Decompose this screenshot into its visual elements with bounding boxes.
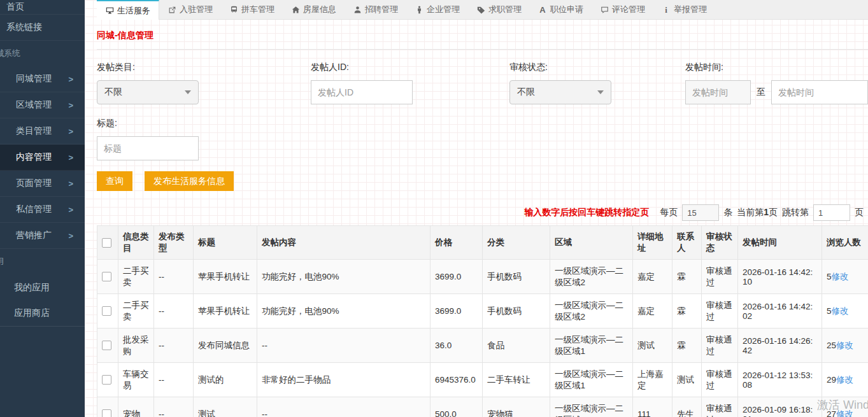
row-checkbox[interactable] bbox=[102, 272, 111, 281]
table-row: 宠物--测试--500.0宠物猫一级区域演示—二级区域2111先生审核通过202… bbox=[97, 397, 868, 417]
row-checkbox[interactable] bbox=[102, 306, 111, 316]
table-cell: 嘉定 bbox=[633, 260, 672, 294]
sidebar-item-home[interactable]: 首页 bbox=[0, 0, 85, 15]
tab-settled-management[interactable]: 入驻管理 bbox=[159, 0, 221, 19]
tab-life-services[interactable]: 生活服务 bbox=[97, 0, 159, 20]
poster-id-label: 发帖人ID: bbox=[311, 62, 509, 73]
page-suffix-label: 页 bbox=[855, 207, 864, 218]
windows-activation-watermark: 激活 Wind bbox=[817, 397, 868, 413]
tab-job-seeking-management[interactable]: 求职管理 bbox=[468, 0, 530, 19]
sidebar-section-label: 用 bbox=[0, 256, 4, 267]
sidebar-item-app-store[interactable]: 应用商店 bbox=[0, 300, 85, 327]
tab-enterprise-management[interactable]: 企业管理 bbox=[406, 0, 468, 19]
jump-label: 跳转第 bbox=[782, 207, 809, 218]
table-cell: 一级区域演示—二级区域2 bbox=[550, 294, 633, 329]
audit-status-value: 不限 bbox=[517, 87, 535, 98]
sidebar-item-page-management[interactable]: 页面管理> bbox=[0, 171, 85, 197]
tab-recruitment-management[interactable]: 招聘管理 bbox=[345, 0, 406, 19]
sidebar-item-message-management[interactable]: 私信管理> bbox=[0, 197, 85, 223]
jump-page-input[interactable] bbox=[813, 204, 850, 221]
tab-label: 职位申请 bbox=[550, 4, 583, 15]
desktop-icon bbox=[105, 6, 114, 15]
audit-status-select[interactable]: 不限 bbox=[509, 80, 611, 104]
sidebar-item-city-management[interactable]: 同城管理> bbox=[0, 66, 85, 92]
post-time-to-input[interactable] bbox=[771, 80, 868, 104]
table-cell: 2026-01-12 13:53:08 bbox=[738, 363, 822, 397]
bus-icon bbox=[229, 5, 238, 14]
table-row: 二手买卖--苹果手机转让功能完好，电池90%3699.0手机数码一级区域演示—二… bbox=[97, 294, 868, 329]
table-cell: 一级区域演示—二级区域1 bbox=[550, 329, 633, 363]
current-page-text: 当前第1页 bbox=[737, 207, 778, 218]
sidebar-item-category-management[interactable]: 类目管理> bbox=[0, 118, 85, 145]
tab-comment-management[interactable]: 评论管理 bbox=[592, 0, 653, 19]
tab-carpool-management[interactable]: 拼车管理 bbox=[221, 0, 283, 19]
sidebar-item-label: 我的应用 bbox=[14, 282, 50, 293]
tab-label: 招聘管理 bbox=[365, 4, 398, 15]
page-title: 同城-信息管理 bbox=[97, 30, 868, 41]
pagination-hint: 输入数字后按回车键跳转指定页 bbox=[524, 207, 649, 218]
row-checkbox[interactable] bbox=[102, 409, 111, 417]
sidebar-section-label: 城系统 bbox=[0, 48, 20, 59]
sidebar-item-region-management[interactable]: 区域管理> bbox=[0, 92, 85, 118]
comment-icon bbox=[600, 5, 609, 14]
sidebar-item-content-management[interactable]: 内容管理> bbox=[0, 145, 85, 171]
table-header-row: 信息类目 发布类型 标题 发帖内容 价格 分类 区域 详细地址 联系人 审核状态… bbox=[97, 226, 868, 260]
tab-report-management[interactable]: i 举报管理 bbox=[653, 0, 715, 19]
select-all-checkbox[interactable] bbox=[102, 238, 111, 248]
tab-label: 拼车管理 bbox=[241, 4, 274, 15]
col-header: 发帖时间 bbox=[738, 226, 822, 260]
table-cell: 发布同城信息 bbox=[194, 329, 257, 363]
sidebar-item-label: 类目管理 bbox=[16, 125, 52, 137]
tab-label: 评论管理 bbox=[612, 4, 645, 15]
sidebar-item-label: 私信管理 bbox=[16, 204, 52, 215]
row-checkbox[interactable] bbox=[102, 375, 111, 385]
chevron-right-icon: > bbox=[68, 74, 73, 84]
table-cell: 3699.0 bbox=[430, 260, 483, 294]
views-count: 5 bbox=[827, 272, 832, 281]
views-count: 25 bbox=[827, 341, 836, 350]
edit-link[interactable]: 修改 bbox=[836, 341, 853, 350]
caret-down-icon bbox=[185, 90, 191, 94]
edit-link[interactable]: 修改 bbox=[836, 375, 853, 385]
row-checkbox[interactable] bbox=[102, 341, 111, 350]
table-cell: 霖 bbox=[672, 329, 702, 363]
edit-link[interactable]: 修改 bbox=[832, 272, 849, 281]
sidebar-item-label: 系统链接 bbox=[6, 22, 42, 33]
post-time-from-input[interactable] bbox=[685, 80, 751, 104]
table-cell: 3699.0 bbox=[430, 294, 483, 329]
user-icon bbox=[353, 5, 362, 14]
table-cell: -- bbox=[154, 397, 194, 417]
table-cell: 2026-01-16 14:42:02 bbox=[738, 294, 822, 329]
sidebar-item-marketing[interactable]: 营销推广> bbox=[0, 223, 85, 249]
table-cell: 一级区域演示—二级区域1 bbox=[550, 363, 633, 397]
table-cell: 36.0 bbox=[430, 329, 483, 363]
table-cell: 手机数码 bbox=[483, 294, 550, 329]
edit-link[interactable]: 修改 bbox=[832, 306, 849, 316]
audit-status-label: 审核状态: bbox=[509, 62, 685, 73]
table-row: 批发采购--发布同城信息--36.0食品一级区域演示—二级区域1测试霖审核通过2… bbox=[97, 329, 868, 363]
sidebar-section-apps: 用 bbox=[0, 249, 85, 274]
per-page-input[interactable] bbox=[682, 204, 719, 221]
title-input[interactable] bbox=[97, 136, 199, 160]
views-count: 5 bbox=[827, 306, 832, 316]
views-cell: 5修改 bbox=[822, 294, 868, 329]
tab-strip: 生活服务 入驻管理 拼车管理 房屋信息 招聘管理 企业管理 求职管理 A 职位申 bbox=[97, 0, 868, 20]
search-button[interactable]: 查询 bbox=[97, 171, 132, 191]
table-cell: -- bbox=[257, 397, 430, 417]
sidebar: 首页 系统链接 城系统 同城管理> 区域管理> 类目管理> 内容管理> 页面管理… bbox=[0, 0, 85, 417]
col-header: 浏览人数 bbox=[822, 226, 868, 260]
sidebar-item-system-links[interactable]: 系统链接 bbox=[0, 15, 85, 41]
sidebar-item-label: 内容管理 bbox=[16, 152, 52, 163]
select-all-cell bbox=[97, 226, 118, 260]
publish-life-service-button[interactable]: 发布生活服务信息 bbox=[145, 171, 234, 191]
pagination-bar: 输入数字后按回车键跳转指定页 每页 条 当前第1页 跳转第 页 bbox=[97, 204, 868, 221]
tab-position-application[interactable]: A 职位申请 bbox=[530, 0, 592, 19]
table-cell: 宠物猫 bbox=[483, 397, 550, 417]
post-category-select[interactable]: 不限 bbox=[97, 80, 199, 104]
tab-housing-info[interactable]: 房屋信息 bbox=[283, 0, 345, 19]
current-page-number: 1 bbox=[764, 207, 769, 217]
sidebar-item-my-apps[interactable]: 我的应用 bbox=[0, 274, 85, 300]
poster-id-input[interactable] bbox=[311, 80, 413, 104]
tab-label: 企业管理 bbox=[427, 4, 460, 15]
row-checkbox-cell bbox=[97, 329, 118, 363]
